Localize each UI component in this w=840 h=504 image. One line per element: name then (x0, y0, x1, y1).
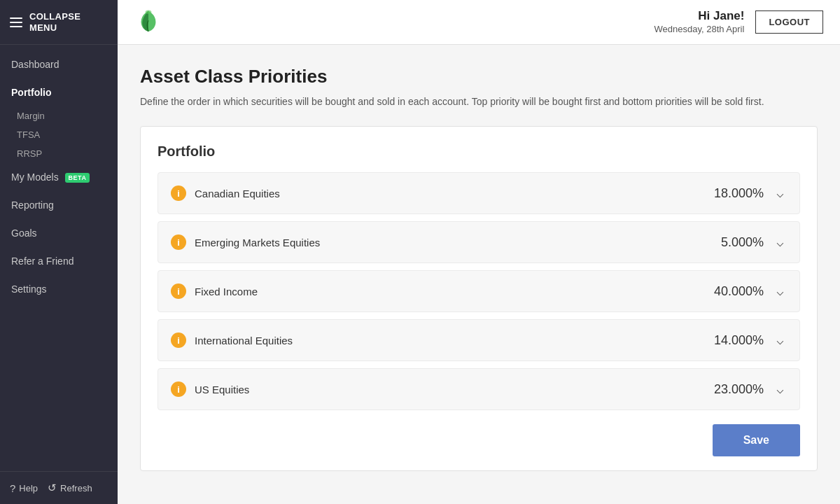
app-logo (134, 8, 162, 36)
sidebar-item-reporting[interactable]: Reporting (0, 191, 118, 219)
asset-right: 5.000% ⌵ (701, 233, 787, 251)
greeting-area: Hi Jane! Wednesday, 28th April (654, 8, 745, 36)
asset-row: i Emerging Markets Equities 5.000% ⌵ (158, 221, 800, 263)
page-title: Asset Class Priorities (140, 66, 818, 88)
beta-badge: BETA (65, 173, 90, 183)
logout-button[interactable]: LOGOUT (755, 10, 823, 34)
asset-percentage: 23.000% (701, 382, 764, 397)
refresh-label: Refresh (60, 483, 92, 493)
user-area: Hi Jane! Wednesday, 28th April LOGOUT (654, 8, 824, 36)
date-display: Wednesday, 28th April (654, 24, 745, 36)
asset-name: Canadian Equities (195, 188, 280, 200)
sidebar-item-margin[interactable]: Margin (0, 106, 118, 125)
sidebar-item-portfolio[interactable]: Portfolio (0, 78, 118, 106)
help-label: Help (19, 483, 38, 493)
collapse-menu-button[interactable]: COLLAPSEMENU (0, 0, 118, 45)
sidebar-item-dashboard[interactable]: Dashboard (0, 50, 118, 78)
sidebar-item-tfsa[interactable]: TFSA (0, 125, 118, 144)
content-area: Asset Class Priorities Define the order … (118, 45, 840, 504)
info-icon: i (171, 332, 186, 348)
asset-left: i Canadian Equities (171, 186, 280, 201)
help-button[interactable]: ?︎ Help (10, 482, 38, 494)
main-area: Hi Jane! Wednesday, 28th April LOGOUT As… (118, 0, 840, 504)
asset-right: 14.000% ⌵ (701, 331, 787, 349)
refresh-icon: ↺ (48, 482, 57, 494)
collapse-label: COLLAPSEMENU (29, 11, 80, 33)
portfolio-label: Portfolio (158, 144, 800, 160)
sidebar-item-refer[interactable]: Refer a Friend (0, 247, 118, 275)
asset-left: i Emerging Markets Equities (171, 234, 320, 250)
info-icon: i (171, 382, 186, 397)
svg-point-0 (146, 10, 152, 13)
asset-percentage: 18.000% (701, 186, 764, 201)
asset-row: i US Equities 23.000% ⌵ (158, 368, 800, 410)
sidebar-item-rrsp[interactable]: RRSP (0, 144, 118, 163)
sidebar-item-settings[interactable]: Settings (0, 275, 118, 303)
expand-asset-button[interactable]: ⌵ (774, 282, 787, 300)
asset-percentage: 5.000% (701, 235, 764, 250)
asset-right: 23.000% ⌵ (701, 380, 787, 398)
asset-name: Fixed Income (195, 286, 258, 298)
asset-left: i US Equities (171, 382, 249, 397)
asset-left: i International Equities (171, 332, 293, 348)
expand-asset-button[interactable]: ⌵ (774, 380, 787, 398)
info-icon: i (171, 186, 186, 201)
asset-row: i Fixed Income 40.000% ⌵ (158, 270, 800, 312)
asset-name: US Equities (195, 384, 249, 396)
help-icon: ?︎ (10, 482, 15, 494)
save-area: Save (158, 424, 800, 456)
asset-percentage: 40.000% (701, 284, 764, 299)
page-description: Define the order in which securities wil… (140, 94, 818, 109)
asset-list: i Canadian Equities 18.000% ⌵ i Emerging… (158, 172, 800, 410)
asset-right: 40.000% ⌵ (701, 282, 787, 300)
sidebar-item-goals[interactable]: Goals (0, 219, 118, 247)
info-icon: i (171, 284, 186, 299)
expand-asset-button[interactable]: ⌵ (774, 331, 787, 349)
asset-row: i Canadian Equities 18.000% ⌵ (158, 172, 800, 214)
sidebar-nav: Dashboard Portfolio Margin TFSA RRSP My … (0, 45, 118, 471)
expand-asset-button[interactable]: ⌵ (774, 233, 787, 251)
refresh-button[interactable]: ↺ Refresh (48, 482, 92, 494)
portfolio-card: Portfolio i Canadian Equities 18.000% ⌵ … (140, 126, 818, 471)
asset-name: International Equities (195, 335, 293, 346)
expand-asset-button[interactable]: ⌵ (774, 184, 787, 202)
asset-left: i Fixed Income (171, 284, 258, 299)
sidebar-item-mymodels[interactable]: My Models BETA (0, 163, 118, 191)
asset-row: i International Equities 14.000% ⌵ (158, 319, 800, 361)
topbar: Hi Jane! Wednesday, 28th April LOGOUT (118, 0, 840, 45)
sidebar: COLLAPSEMENU Dashboard Portfolio Margin … (0, 0, 118, 504)
sidebar-footer: ?︎ Help ↺ Refresh (0, 471, 118, 504)
asset-percentage: 14.000% (701, 333, 764, 348)
info-icon: i (171, 234, 186, 250)
save-button[interactable]: Save (713, 424, 800, 456)
hamburger-icon (10, 18, 22, 27)
asset-right: 18.000% ⌵ (701, 184, 787, 202)
logo-area (134, 8, 162, 36)
asset-name: Emerging Markets Equities (195, 237, 320, 248)
hi-user: Hi Jane! (654, 8, 745, 24)
